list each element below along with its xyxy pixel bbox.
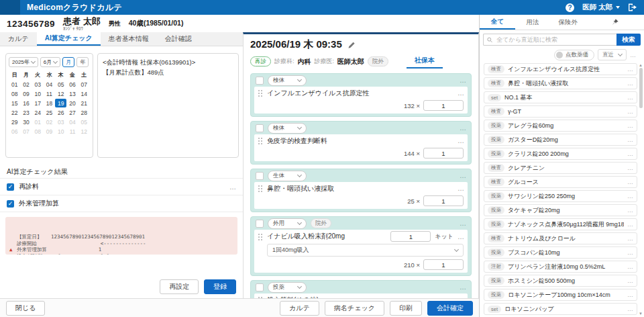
item-menu-icon[interactable]: … bbox=[627, 94, 633, 101]
calendar-day-muted[interactable]: 12 bbox=[78, 127, 90, 136]
pin-tab[interactable] bbox=[586, 15, 644, 30]
calendar-day[interactable]: 24 bbox=[32, 108, 44, 117]
calendar-day[interactable]: 06 bbox=[66, 80, 78, 89]
calendar-day[interactable]: 14 bbox=[78, 89, 90, 98]
list-menu-icon[interactable]: … bbox=[630, 52, 636, 58]
checkbox-unchecked[interactable] bbox=[256, 283, 264, 291]
quantity-input[interactable]: 1 bbox=[390, 231, 431, 242]
right-tab-uninsured[interactable]: 保険外 bbox=[550, 15, 586, 30]
calendar-day-muted[interactable]: 07 bbox=[20, 127, 32, 136]
calendar-month-select[interactable]: 6月 bbox=[40, 57, 60, 67]
calendar-day[interactable]: 03 bbox=[32, 80, 44, 89]
checkbox-unchecked[interactable] bbox=[256, 220, 264, 228]
scroll-down-icon[interactable]: ▼ bbox=[639, 312, 643, 316]
calendar-day-selected[interactable]: 19 bbox=[55, 99, 66, 107]
list-item[interactable]: 投薬ロキソニンテープ100mg 10cm×14cm… bbox=[484, 289, 637, 301]
item-menu-icon[interactable]: … bbox=[627, 306, 633, 312]
karte-button[interactable]: カルテ bbox=[280, 301, 319, 316]
item-menu-icon[interactable]: … bbox=[627, 108, 633, 115]
right-tab-all[interactable]: 全て bbox=[480, 15, 515, 30]
user-menu[interactable]: 医師 太郎 bbox=[582, 3, 620, 12]
calendar-day[interactable]: 08 bbox=[9, 89, 20, 98]
sort-select[interactable]: 直近 bbox=[598, 49, 627, 60]
list-item[interactable]: 投薬タケキャブ錠20mg… bbox=[484, 204, 637, 216]
checkbox-checked-icon[interactable]: ✓ bbox=[7, 200, 14, 208]
calendar-day[interactable]: 07 bbox=[78, 80, 90, 89]
menu-square[interactable] bbox=[0, 0, 20, 15]
calendar-day-muted[interactable]: 02 bbox=[44, 118, 55, 126]
drag-handle-icon[interactable] bbox=[258, 137, 263, 144]
item-menu-icon[interactable]: … bbox=[458, 185, 464, 192]
item-menu-icon[interactable]: … bbox=[627, 249, 633, 256]
quantity-input[interactable]: 1 bbox=[423, 195, 464, 206]
calendar-day[interactable]: 20 bbox=[66, 99, 78, 107]
logout-icon[interactable] bbox=[628, 3, 637, 11]
confirm-accounting-button[interactable]: 会計確定 bbox=[427, 301, 473, 316]
list-item[interactable]: 検査インフルエンザウイルス抗原定性… bbox=[484, 63, 637, 75]
right-tab-usage[interactable]: 用法 bbox=[515, 15, 551, 30]
calendar-day[interactable]: 05 bbox=[55, 80, 66, 89]
close-button[interactable]: 閉じる bbox=[6, 301, 45, 316]
tab-accounting[interactable]: 会計確認 bbox=[157, 32, 200, 46]
item-menu-icon[interactable]: … bbox=[458, 89, 464, 97]
item-menu-icon[interactable]: … bbox=[458, 137, 464, 144]
tab-patient-info[interactable]: 患者基本情報 bbox=[101, 32, 157, 46]
quantity-input[interactable]: 1 bbox=[423, 148, 464, 158]
card-menu-icon[interactable]: … bbox=[460, 124, 466, 132]
scrollbar-thumb[interactable] bbox=[639, 68, 643, 108]
list-item[interactable]: setNO.1 基本… bbox=[484, 91, 637, 103]
list-item[interactable]: 検査グルコース… bbox=[484, 176, 637, 188]
quantity-input[interactable]: 1 bbox=[423, 259, 464, 270]
help-icon[interactable]: ? bbox=[566, 3, 574, 12]
item-menu-icon[interactable]: … bbox=[627, 165, 633, 171]
card-menu-icon[interactable]: … bbox=[460, 77, 466, 84]
card-menu-icon[interactable]: … bbox=[460, 220, 466, 227]
calendar-day[interactable]: 09 bbox=[20, 89, 32, 98]
calendar-day[interactable]: 28 bbox=[78, 108, 90, 117]
calendar-day-muted[interactable]: 05 bbox=[78, 118, 90, 126]
calendar-day[interactable]: 22 bbox=[9, 108, 20, 117]
scrollbar[interactable]: ▲ ▼ bbox=[638, 63, 643, 316]
checkbox-unchecked[interactable] bbox=[256, 172, 264, 180]
calendar-day[interactable]: 21 bbox=[78, 99, 90, 107]
calendar-day-muted[interactable]: 11 bbox=[66, 127, 78, 136]
item-menu-icon[interactable]: … bbox=[627, 122, 633, 129]
list-item[interactable]: 投薬ブスコパン錠10mg… bbox=[484, 246, 637, 259]
calendar-day[interactable]: 26 bbox=[55, 108, 66, 117]
calendar-mode-year-button[interactable]: 年 bbox=[76, 57, 89, 67]
insurance-tab[interactable]: 社保本 bbox=[407, 54, 443, 69]
register-button[interactable]: 登録 bbox=[204, 279, 236, 294]
item-menu-icon[interactable]: … bbox=[627, 263, 633, 270]
list-item[interactable]: 投薬ガスターD錠20mg… bbox=[484, 134, 637, 146]
calendar-day[interactable]: 27 bbox=[66, 108, 78, 117]
points-price-toggle[interactable]: 点数薬価 bbox=[554, 50, 594, 60]
calendar-year-select[interactable]: 2025年 bbox=[9, 57, 38, 67]
category-select[interactable]: 外用 bbox=[268, 218, 307, 229]
category-select[interactable]: 生体 bbox=[268, 171, 307, 181]
category-select[interactable]: 検体 bbox=[268, 75, 307, 86]
calendar-day-muted[interactable]: 08 bbox=[32, 127, 44, 136]
calendar-day-muted[interactable]: 06 bbox=[9, 127, 20, 136]
list-item[interactable]: 検査クレアチニン… bbox=[484, 162, 637, 174]
calendar-day[interactable]: 11 bbox=[44, 89, 55, 98]
scroll-up-icon[interactable]: ▲ bbox=[639, 63, 643, 67]
calendar-day-muted[interactable]: 04 bbox=[66, 118, 78, 126]
reset-button[interactable]: 再設定 bbox=[160, 279, 199, 294]
edit-icon[interactable] bbox=[347, 41, 356, 49]
drag-handle-icon[interactable] bbox=[258, 185, 263, 192]
calendar-day-muted[interactable]: 10 bbox=[55, 127, 66, 136]
checkbox-unchecked[interactable] bbox=[256, 77, 264, 85]
calendar-day[interactable]: 30 bbox=[20, 118, 32, 126]
item-menu-icon[interactable]: … bbox=[627, 179, 633, 185]
item-menu-icon[interactable]: … bbox=[458, 233, 464, 240]
calendar-day[interactable]: 02 bbox=[20, 80, 32, 89]
item-menu-icon[interactable]: … bbox=[627, 221, 633, 228]
item-menu-icon[interactable]: … bbox=[627, 150, 633, 157]
calendar-day-muted[interactable]: 01 bbox=[32, 118, 44, 126]
list-item[interactable]: setロキソニンパップ… bbox=[484, 303, 637, 315]
calendar-mode-month-button[interactable]: 月 bbox=[62, 57, 74, 67]
calendar-day[interactable]: 23 bbox=[20, 108, 32, 117]
list-item[interactable]: 検査γ-GT… bbox=[484, 105, 637, 118]
calendar-day[interactable]: 13 bbox=[66, 89, 78, 98]
checkbox-unchecked[interactable] bbox=[256, 124, 264, 132]
